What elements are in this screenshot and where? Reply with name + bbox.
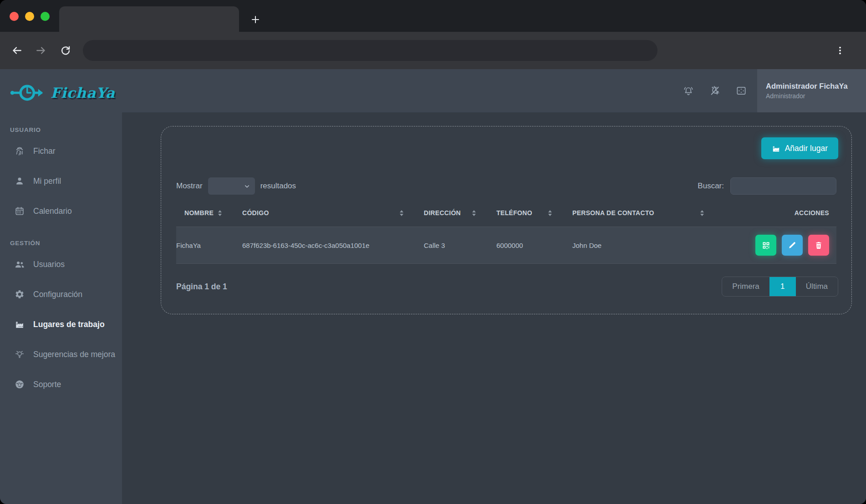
- browser-toolbar: [0, 32, 866, 69]
- sidebar-item-calendario[interactable]: Calendario: [0, 196, 122, 226]
- user-menu[interactable]: Administrador FichaYa Administrador: [757, 69, 866, 112]
- page-content: Añadir lugar Mostrar resultados Buscar:: [122, 112, 866, 504]
- maximize-window-button[interactable]: [41, 12, 50, 21]
- back-button[interactable]: [7, 40, 27, 60]
- sidebar-item-usuarios[interactable]: Usuarios: [0, 249, 122, 279]
- sidebar-item-sugerencias-de-mejora[interactable]: Sugerencias de mejora: [0, 339, 122, 369]
- logo-text: FichaYa: [51, 85, 115, 101]
- pagination: Primera 1 Última: [722, 277, 838, 297]
- sidebar-item-label: Configuración: [33, 290, 82, 299]
- fingerprint-icon: [14, 146, 25, 156]
- minimize-window-button[interactable]: [25, 12, 34, 21]
- sidebar-item-label: Lugares de trabajo: [33, 320, 105, 329]
- show-label: Mostrar: [176, 181, 203, 191]
- browser-window: FichaYa USUARIO Fichar Mi perfil: [0, 0, 866, 504]
- lightbulb-icon: [14, 349, 25, 359]
- close-window-button[interactable]: [10, 12, 19, 21]
- search-label: Buscar:: [698, 181, 724, 191]
- qr-code-button[interactable]: [755, 235, 776, 256]
- add-place-label: Añadir lugar: [785, 144, 828, 153]
- app-logo[interactable]: FichaYa: [0, 69, 122, 113]
- sidebar-item-mi-perfil[interactable]: Mi perfil: [0, 166, 122, 196]
- factory-icon: [772, 144, 780, 153]
- search-input[interactable]: [730, 177, 836, 195]
- pagination-page-1-button[interactable]: 1: [769, 277, 796, 296]
- cell-acciones: [724, 227, 837, 264]
- user-icon: [14, 176, 25, 186]
- users-icon: [14, 259, 25, 270]
- user-name: Administrador FichaYa: [766, 82, 866, 91]
- pencil-icon: [788, 241, 797, 250]
- card-footer: Página 1 de 1 Primera 1 Última: [161, 277, 851, 297]
- fullscreen-button[interactable]: [735, 85, 747, 97]
- browser-tab[interactable]: [59, 6, 239, 32]
- forward-arrow-icon: [35, 45, 47, 56]
- theme-toggle-icon: [709, 85, 721, 97]
- column-header-persona-de-contacto[interactable]: PERSONA DE CONTACTO: [572, 202, 724, 227]
- sidebar-item-fichar[interactable]: Fichar: [0, 136, 122, 166]
- pagination-last-button[interactable]: Última: [796, 277, 838, 296]
- browser-menu-button[interactable]: [832, 40, 848, 60]
- column-header-telefono[interactable]: TELÉFONO: [496, 202, 572, 227]
- gear-icon: [14, 289, 25, 299]
- sidebar-item-soporte[interactable]: Soporte: [0, 369, 122, 399]
- trash-icon: [814, 241, 823, 250]
- sidebar-item-label: Usuarios: [33, 260, 65, 269]
- reload-icon: [60, 45, 71, 56]
- cell-direccion: Calle 3: [424, 227, 497, 264]
- sort-icon: [218, 210, 222, 216]
- main-column: Administrador FichaYa Administrador Añad…: [122, 69, 866, 504]
- table-header-row: NOMBRE CÓDIGO DIRECCIÓN TELÉFONO PERSONA…: [176, 202, 836, 227]
- edit-button[interactable]: [782, 235, 803, 256]
- app-topbar: Administrador FichaYa Administrador: [122, 69, 866, 112]
- pagination-status: Página 1 de 1: [176, 282, 227, 292]
- delete-button[interactable]: [808, 235, 829, 256]
- pagination-first-button[interactable]: Primera: [722, 277, 769, 296]
- new-tab-button[interactable]: [249, 13, 262, 26]
- column-header-nombre[interactable]: NOMBRE: [176, 202, 242, 227]
- sidebar-item-label: Calendario: [33, 207, 72, 216]
- sort-icon: [548, 210, 552, 216]
- sort-icon: [400, 210, 403, 216]
- notifications-button[interactable]: [683, 85, 694, 97]
- topbar-icons: [683, 85, 747, 97]
- kebab-menu-icon: [835, 45, 845, 55]
- sidebar-item-configuracion[interactable]: Configuración: [0, 279, 122, 309]
- sidebar-section-gestion: GESTIÓN: [10, 240, 122, 247]
- column-header-codigo[interactable]: CÓDIGO: [242, 202, 424, 227]
- factory-icon: [14, 319, 25, 329]
- cell-nombre: FichaYa: [176, 227, 242, 264]
- cell-telefono: 6000000: [496, 227, 572, 264]
- reload-button[interactable]: [55, 40, 75, 60]
- user-role: Administrador: [766, 92, 866, 100]
- card-header: Añadir lugar: [161, 126, 851, 170]
- table-controls: Mostrar resultados Buscar:: [161, 177, 851, 195]
- sidebar: FichaYa USUARIO Fichar Mi perfil: [0, 69, 122, 504]
- calendar-icon: [14, 206, 25, 216]
- bell-icon: [683, 85, 694, 97]
- workplaces-card: Añadir lugar Mostrar resultados Buscar:: [161, 126, 852, 314]
- url-bar[interactable]: [83, 40, 657, 61]
- back-arrow-icon: [11, 45, 23, 56]
- theme-toggle-button[interactable]: [709, 85, 721, 97]
- sidebar-item-label: Fichar: [33, 146, 56, 156]
- fullscreen-icon: [735, 85, 747, 97]
- app-root: FichaYa USUARIO Fichar Mi perfil: [0, 69, 866, 504]
- sidebar-item-label: Mi perfil: [33, 176, 61, 186]
- clock-arrow-logo-icon: [7, 81, 46, 105]
- page-length-select[interactable]: [208, 177, 255, 195]
- forward-button[interactable]: [31, 40, 51, 60]
- sidebar-item-lugares-de-trabajo[interactable]: Lugares de trabajo: [0, 309, 122, 339]
- cell-persona-de-contacto: John Doe: [572, 227, 724, 264]
- sidebar-item-label: Sugerencias de mejora: [33, 350, 115, 359]
- support-icon: [14, 379, 25, 389]
- sidebar-item-label: Soporte: [33, 380, 61, 389]
- chevron-down-icon: [244, 183, 250, 190]
- add-place-button[interactable]: Añadir lugar: [761, 137, 838, 159]
- column-header-direccion[interactable]: DIRECCIÓN: [424, 202, 497, 227]
- sort-icon: [700, 210, 704, 216]
- results-label: resultados: [260, 181, 296, 191]
- traffic-lights: [10, 12, 50, 21]
- workplaces-table: NOMBRE CÓDIGO DIRECCIÓN TELÉFONO PERSONA…: [176, 202, 836, 264]
- sidebar-section-usuario: USUARIO: [10, 126, 122, 133]
